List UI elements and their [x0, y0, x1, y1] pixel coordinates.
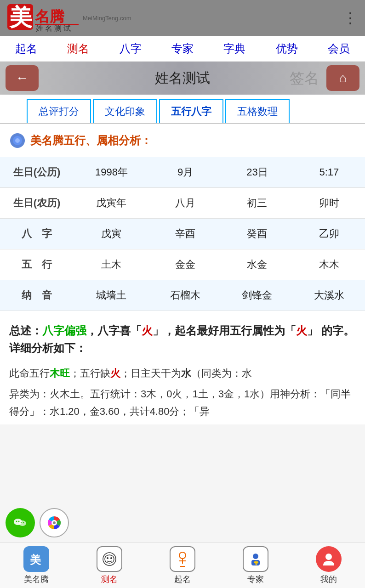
summary-section: 总述：八字偏强，八字喜「火」，起名最好用五行属性为「火」 的字。详细分析如下： …: [0, 311, 365, 424]
svg-point-25: [253, 554, 258, 559]
tab-wenhua[interactable]: 文化印象: [93, 99, 157, 123]
nav-huiyuan[interactable]: 会员: [324, 40, 354, 58]
table-row: 纳 音 城墙土 石榴木 剑锋金 大溪水: [0, 280, 365, 311]
svg-point-28: [325, 554, 332, 560]
fire-body: 火: [110, 368, 120, 379]
svg-point-19: [107, 557, 108, 559]
strong-text: 八字偏强: [42, 324, 86, 337]
svg-text:姓名测试: 姓名测试: [36, 24, 73, 32]
svg-point-20: [110, 557, 112, 559]
nav-bazi[interactable]: 八字: [116, 40, 145, 58]
cell-bz-4: 乙卯: [293, 219, 365, 249]
cename-icon: [97, 546, 122, 572]
table-row: 生日(公历) 1998年 9月 23日 5:17: [0, 157, 365, 188]
logo-area: 美 名腾 姓名测试 MeiMingTeng.com: [7, 4, 131, 32]
cell-bz-3: 癸酉: [221, 219, 293, 249]
bottom-label-mmt: 美名腾: [24, 574, 49, 585]
cell-time: 5:17: [293, 157, 365, 188]
back-arrow-icon: ←: [16, 71, 29, 85]
row-label-nongli: 生日(农历): [0, 188, 74, 219]
cell-wx-1: 土木: [74, 249, 149, 280]
nav-youshi[interactable]: 优势: [272, 40, 302, 58]
svg-point-11: [18, 521, 20, 522]
wuxing-icon: [9, 132, 26, 149]
table-row: 八 字 戊寅 辛酉 癸酉 乙卯: [0, 219, 365, 249]
wode-icon: [316, 546, 342, 572]
fire1-text: 火: [142, 324, 153, 337]
svg-point-9: [19, 520, 26, 526]
summary-para1: 此命五行木旺；五行缺火；日主天干为水（同类为：水: [9, 365, 356, 382]
cell-year: 1998年: [74, 157, 149, 188]
cell-wx-2: 金金: [149, 249, 221, 280]
mu-wang: 木旺: [50, 368, 70, 379]
bottom-label-qiming: 起名: [174, 574, 191, 585]
svg-point-12: [21, 522, 22, 523]
page-header: ← 签名 姓名测试 ⌂: [0, 62, 365, 95]
bottom-label-zhuanjia: 专家: [247, 574, 264, 585]
camera-svg: [47, 515, 62, 530]
summary-para2: 异类为：火木土。五行统计：3木，0火，1土，3金，1水）用神分析：「同半得分」：…: [9, 385, 356, 420]
summary-title: 总述：八字偏强，八字喜「火」，起名最好用五行属性为「火」 的字。详细分析如下：: [9, 322, 356, 357]
row-label-wuxing: 五 行: [0, 249, 74, 280]
wechat-svg: [13, 515, 28, 530]
cell-month: 9月: [149, 157, 221, 188]
tab-wuge[interactable]: 五格数理: [225, 99, 290, 123]
bottom-nav-cename[interactable]: 测名: [82, 546, 137, 585]
camera-float-icon[interactable]: [40, 508, 69, 537]
bottom-nav: 美 美名腾 测名 起名: [0, 542, 365, 588]
bottom-nav-meimingteng[interactable]: 美 美名腾: [9, 546, 64, 585]
cell-nl-time: 卯时: [293, 188, 365, 219]
nav-zidian[interactable]: 字典: [220, 40, 249, 58]
bottom-nav-wode[interactable]: 我的: [301, 546, 356, 585]
tab-zonping[interactable]: 总评打分: [27, 99, 91, 123]
cell-day: 23日: [221, 157, 293, 188]
nav-qiming[interactable]: 起名: [11, 40, 41, 58]
tab-wuxing[interactable]: 五行八字: [159, 99, 223, 123]
svg-text:名腾: 名腾: [34, 8, 65, 25]
bracket2-text: 」: [307, 324, 318, 337]
row-label-gongli: 生日(公历): [0, 157, 74, 188]
cell-wx-4: 木木: [293, 249, 365, 280]
cell-ny-3: 剑锋金: [221, 280, 293, 311]
fire2-text: 火: [296, 324, 307, 337]
table-row: 生日(农历) 戊寅年 八月 初三 卯时: [0, 188, 365, 219]
meimingteng-icon: 美: [23, 546, 49, 572]
cell-bz-1: 戊寅: [74, 219, 149, 249]
cell-ny-4: 大溪水: [293, 280, 365, 311]
back-button[interactable]: ←: [6, 65, 39, 91]
summary-label: 总述：: [9, 324, 42, 337]
nav-cename[interactable]: 测名: [63, 40, 93, 58]
nav-zhuanjia[interactable]: 专家: [168, 40, 197, 58]
water-body: 水: [181, 368, 191, 379]
cell-bz-2: 辛酉: [149, 219, 221, 249]
summary-body: 此命五行木旺；五行缺火；日主天干为水（同类为：水 异类为：火木土。五行统计：3木…: [9, 365, 356, 420]
cell-nl-year: 戊寅年: [74, 188, 149, 219]
home-button[interactable]: ⌂: [326, 65, 359, 91]
comma-text: ，八字喜「: [86, 324, 142, 337]
page-title: 姓名测试: [39, 69, 326, 88]
home-icon: ⌂: [339, 71, 347, 85]
row-label-bazi: 八 字: [0, 219, 74, 249]
cell-nl-day: 初三: [221, 188, 293, 219]
cell-ny-2: 石榴木: [149, 280, 221, 311]
bottom-label-wode: 我的: [320, 574, 337, 585]
cell-nl-month: 八月: [149, 188, 221, 219]
menu-dots[interactable]: ⋮: [343, 11, 358, 25]
bottom-nav-zhuanjia[interactable]: 专 专家: [228, 546, 283, 585]
bracket1-text: 」，起名最好用五行属性为「: [153, 324, 296, 337]
svg-point-10: [16, 521, 17, 522]
app-header: 美 名腾 姓名测试 MeiMingTeng.com ⋮: [0, 0, 365, 36]
wechat-float-icon[interactable]: [6, 508, 35, 537]
logo-url: MeiMingTeng.com: [83, 15, 131, 22]
svg-point-21: [179, 552, 186, 559]
bottom-nav-qiming[interactable]: 起名: [155, 546, 210, 585]
bottom-label-cename: 测名: [101, 574, 118, 585]
svg-text:美: 美: [29, 554, 41, 566]
logo-icon: 美 名腾 姓名测试: [7, 4, 81, 32]
svg-text:美: 美: [9, 4, 33, 30]
float-icons-area: [6, 508, 69, 537]
calligraphy-decoration: 签名: [290, 62, 319, 95]
svg-point-15: [53, 521, 56, 524]
cell-ny-1: 城墙土: [74, 280, 149, 311]
tabs-bar: 总评打分 文化印象 五行八字 五格数理: [0, 95, 365, 124]
